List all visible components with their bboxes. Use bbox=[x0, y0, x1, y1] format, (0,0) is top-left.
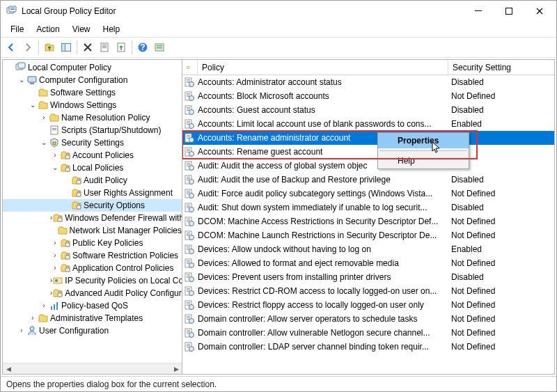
expand-icon[interactable]: › bbox=[39, 299, 49, 312]
tree-item[interactable]: Audit Policy bbox=[3, 174, 182, 187]
svg-rect-18 bbox=[157, 47, 162, 49]
menu-file[interactable]: File bbox=[5, 23, 29, 36]
tree-item[interactable]: Network List Manager Policies bbox=[3, 224, 182, 237]
list-row[interactable]: Audit: Force audit policy subcategory se… bbox=[182, 187, 554, 201]
list-row[interactable]: Audit: Shut down system immediately if u… bbox=[182, 201, 554, 214]
list-row[interactable]: Domain controller: LDAP server channel b… bbox=[182, 340, 554, 354]
svg-rect-45 bbox=[187, 79, 190, 80]
tree-item-label: Administrative Templates bbox=[50, 312, 143, 324]
delete-button[interactable] bbox=[80, 40, 95, 55]
tree-item[interactable]: User Rights Assignment bbox=[3, 187, 182, 199]
menu-help[interactable]: Help bbox=[97, 23, 126, 36]
svg-rect-81 bbox=[187, 178, 190, 179]
policy-tree[interactable]: Local Computer Policy⌄Computer Configura… bbox=[3, 60, 182, 363]
tree-hscroll[interactable]: ◀▶ bbox=[3, 363, 182, 374]
svg-rect-90 bbox=[187, 205, 190, 205]
policy-name: Accounts: Administrator account status bbox=[198, 75, 448, 89]
list-row[interactable]: DCOM: Machine Launch Restrictions in Sec… bbox=[182, 228, 554, 242]
list-row[interactable]: Domain controller: Allow vulnerable Netl… bbox=[182, 326, 554, 340]
tree-item[interactable]: Security Options bbox=[3, 199, 182, 212]
list-row[interactable]: Accounts: Limit local account use of bla… bbox=[182, 117, 554, 131]
tree-item[interactable]: ›Software Restriction Policies bbox=[3, 249, 182, 262]
expand-icon[interactable]: › bbox=[39, 111, 49, 124]
list-row[interactable]: Accounts: Guest account statusDisabled bbox=[182, 103, 554, 117]
header-icon-col[interactable] bbox=[182, 60, 198, 75]
svg-point-37 bbox=[55, 279, 58, 282]
list-row[interactable]: Devices: Prevent users from installing p… bbox=[182, 270, 554, 284]
list-row[interactable]: Devices: Restrict CD-ROM access to local… bbox=[182, 284, 554, 298]
menu-view[interactable]: View bbox=[67, 23, 96, 36]
policy-icon bbox=[184, 202, 195, 213]
header-setting[interactable]: Security Setting bbox=[448, 60, 554, 75]
expand-icon[interactable]: › bbox=[50, 237, 60, 249]
help-button[interactable]: ? bbox=[135, 40, 150, 55]
list-row[interactable]: Audit: Audit the access of global system… bbox=[182, 159, 554, 173]
menu-action[interactable]: Action bbox=[31, 23, 65, 36]
list-row[interactable]: Audit: Audit the use of Backup and Resto… bbox=[182, 173, 554, 187]
tree-item[interactable]: ›Name Resolution Policy bbox=[3, 111, 182, 124]
expand-icon[interactable]: › bbox=[50, 262, 60, 274]
expand-icon[interactable]: › bbox=[28, 312, 38, 324]
collapse-icon[interactable]: ⌄ bbox=[39, 136, 49, 149]
list-row[interactable]: Accounts: Rename administrator accountat… bbox=[182, 131, 554, 145]
ctx-help[interactable]: Help bbox=[378, 153, 469, 168]
policy-name: Domain controller: Allow server operator… bbox=[198, 312, 448, 326]
policy-list[interactable]: Properties Help Accounts: Administrator … bbox=[182, 75, 554, 374]
tree-item[interactable]: ›Administrative Templates bbox=[3, 312, 182, 324]
collapse-icon[interactable]: ⌄ bbox=[17, 74, 26, 86]
tree-item[interactable]: ›Public Key Policies bbox=[3, 237, 182, 249]
svg-rect-106 bbox=[187, 248, 190, 249]
properties-button[interactable] bbox=[97, 40, 112, 55]
expand-icon[interactable]: › bbox=[50, 149, 60, 162]
folder-icon bbox=[57, 225, 68, 236]
collapse-icon[interactable]: ⌄ bbox=[28, 99, 38, 111]
list-row[interactable]: Accounts: Block Microsoft accountsNot De… bbox=[182, 89, 554, 103]
tree-item[interactable]: Scripts (Startup/Shutdown) bbox=[3, 124, 182, 136]
header-policy[interactable]: Policy bbox=[198, 60, 448, 75]
tree-item[interactable]: ⌄Security Settings bbox=[3, 136, 182, 149]
toolbar-sep bbox=[132, 40, 132, 54]
list-row[interactable]: Devices: Allow undock without having to … bbox=[182, 242, 554, 256]
list-row[interactable]: Devices: Allowed to format and eject rem… bbox=[182, 256, 554, 270]
tree-item[interactable]: ⌄Computer Configuration bbox=[3, 74, 182, 86]
tree-item[interactable]: ›Account Policies bbox=[3, 149, 182, 162]
tree-item[interactable]: Local Computer Policy bbox=[3, 61, 182, 74]
tree-item[interactable]: ›Application Control Policies bbox=[3, 262, 182, 274]
ctx-properties[interactable]: Properties bbox=[378, 133, 469, 148]
forward-button[interactable] bbox=[20, 40, 36, 55]
maximize-button[interactable] bbox=[494, 1, 524, 22]
tree-item[interactable]: ›IP Security Policies on Local Computer bbox=[3, 274, 182, 287]
expand-icon[interactable]: › bbox=[50, 249, 60, 262]
svg-rect-24 bbox=[52, 128, 56, 129]
svg-rect-71 bbox=[187, 150, 190, 151]
minimize-button[interactable] bbox=[463, 1, 494, 22]
close-button[interactable] bbox=[524, 1, 555, 22]
tree-item[interactable]: ⌄Local Policies bbox=[3, 162, 182, 174]
script-icon bbox=[49, 125, 60, 136]
list-row[interactable]: DCOM: Machine Access Restrictions in Sec… bbox=[182, 214, 554, 228]
tree-item[interactable]: ⌄Windows Settings bbox=[3, 99, 182, 111]
tree-item[interactable]: ›Advanced Audit Policy Configuration bbox=[3, 287, 182, 299]
list-row[interactable]: Domain controller: Allow server operator… bbox=[182, 312, 554, 326]
list-row[interactable]: Accounts: Rename guest account bbox=[182, 145, 554, 159]
tree-item[interactable]: Software Settings bbox=[3, 86, 182, 99]
back-button[interactable] bbox=[3, 40, 19, 55]
expand-icon[interactable]: › bbox=[17, 324, 26, 337]
list-row[interactable]: Devices: Restrict floppy access to local… bbox=[182, 298, 554, 312]
show-hide-tree-button[interactable] bbox=[58, 40, 74, 55]
tree-item[interactable]: ›Windows Defender Firewall with Advanced… bbox=[3, 212, 182, 224]
tree-item[interactable]: ›Policy-based QoS bbox=[3, 299, 182, 312]
policy-setting: Not Defined bbox=[448, 214, 546, 228]
list-row[interactable]: Accounts: Administrator account statusDi… bbox=[182, 75, 554, 89]
tree-item[interactable]: ›User Configuration bbox=[3, 324, 182, 337]
up-button[interactable] bbox=[42, 40, 57, 55]
tree-item-label: Advanced Audit Policy Configuration bbox=[65, 287, 182, 299]
svg-rect-86 bbox=[187, 192, 190, 193]
collapse-icon[interactable]: ⌄ bbox=[50, 162, 60, 174]
svg-rect-121 bbox=[187, 290, 190, 290]
svg-rect-28 bbox=[65, 168, 70, 171]
filter-button[interactable] bbox=[152, 40, 167, 55]
svg-rect-39 bbox=[51, 306, 52, 310]
export-button[interactable] bbox=[113, 40, 129, 55]
svg-point-143 bbox=[189, 347, 194, 352]
